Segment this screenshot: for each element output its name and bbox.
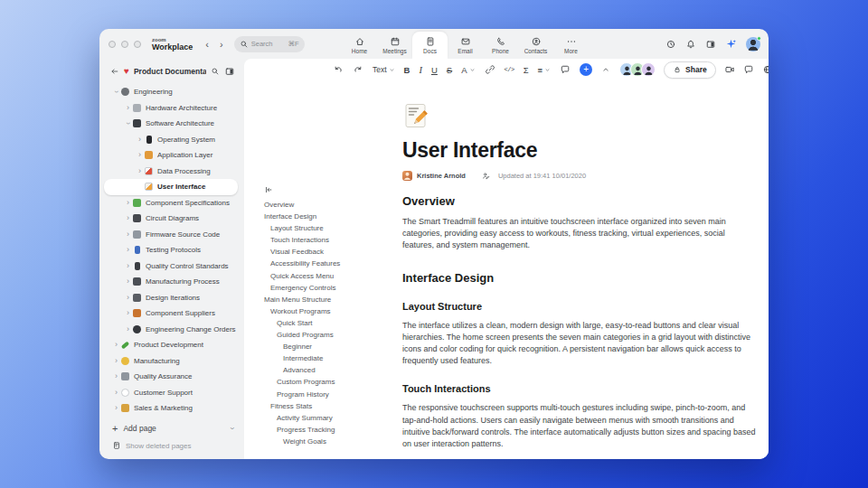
chevron-right-icon[interactable]: › <box>136 136 144 144</box>
tree-item-customer-support[interactable]: ›Customer Support <box>99 385 244 401</box>
user-avatar[interactable] <box>746 37 760 52</box>
strikethrough-button[interactable]: S <box>447 65 452 75</box>
document[interactable]: User Interface Kristine Arnold Updated a… <box>402 80 757 450</box>
outline-item-interface-design[interactable]: Interface Design <box>264 211 395 222</box>
tree-item-engineering-change-orders[interactable]: ›Engineering Change Orders <box>99 322 244 338</box>
chevron-right-icon[interactable]: › <box>124 104 132 112</box>
tree-item-manufacturing-process[interactable]: ›Manufacturing Process <box>99 274 244 290</box>
code-button[interactable]: </> <box>505 66 514 73</box>
chevron-right-icon[interactable]: › <box>124 262 132 270</box>
chevron-right-icon[interactable]: › <box>124 214 132 222</box>
outline-item-progress-tracking[interactable]: Progress Tracking <box>264 424 395 436</box>
collapse-outline-icon[interactable] <box>264 185 273 194</box>
video-call-icon[interactable] <box>724 64 735 75</box>
tab-docs[interactable]: Docs <box>412 32 448 59</box>
side-panel-icon[interactable] <box>705 39 716 50</box>
tree-item-quality-assurance[interactable]: ›Quality Assurance <box>99 369 244 385</box>
outline-item-guided-programs[interactable]: Guided Programs <box>264 329 395 341</box>
insert-block-button[interactable]: + <box>580 63 592 76</box>
maximize-window-button[interactable] <box>134 41 141 48</box>
equation-button[interactable]: Σ <box>524 65 529 75</box>
tree-item-engineering[interactable]: ›Engineering <box>99 84 244 100</box>
close-window-button[interactable] <box>108 41 116 48</box>
search-input[interactable]: Search ⌘F <box>234 36 305 52</box>
tab-phone[interactable]: Phone <box>483 32 518 59</box>
tree-item-component-specifications[interactable]: ›Component Specifications <box>99 195 244 211</box>
tree-item-user-interface[interactable]: ›User Interface <box>104 179 238 195</box>
notifications-icon[interactable] <box>685 39 696 50</box>
outline-item-visual-feedback[interactable]: Visual Feedback <box>264 246 395 258</box>
chevron-right-icon[interactable]: › <box>112 404 120 412</box>
history-icon[interactable] <box>665 39 676 50</box>
sidebar-back-icon[interactable] <box>110 67 119 76</box>
outline-item-overview[interactable]: Overview <box>264 199 395 211</box>
tree-item-sales-marketing[interactable]: ›Sales & Marketing <box>99 400 244 417</box>
chevron-right-icon[interactable]: › <box>112 389 120 397</box>
outline-item-activity-summary[interactable]: Activity Summary <box>264 412 395 424</box>
back-button[interactable]: ‹ <box>205 39 209 50</box>
show-deleted-pages-button[interactable]: Show deleted pages <box>99 437 244 455</box>
tree-item-data-processing[interactable]: ›Data Processing <box>99 164 244 180</box>
chevron-right-icon[interactable]: › <box>124 230 132 239</box>
chevron-right-icon[interactable]: › <box>124 294 132 302</box>
tree-item-quality-control-standards[interactable]: ›Quality Control Standards <box>99 258 244 275</box>
align-dropdown[interactable]: ≡ <box>538 65 552 75</box>
chevron-right-icon[interactable]: › <box>124 309 132 317</box>
sidebar-search-icon[interactable] <box>211 67 220 76</box>
outline-item-program-history[interactable]: Program History <box>264 389 395 400</box>
tree-item-circuit-diagrams[interactable]: ›Circuit Diagrams <box>99 211 244 227</box>
tree-item-firmware-source-code[interactable]: ›Firmware Source Code <box>99 227 244 243</box>
chevron-right-icon[interactable]: › <box>124 199 132 207</box>
chevron-right-icon[interactable]: › <box>136 167 144 175</box>
chevron-right-icon[interactable]: › <box>124 246 132 254</box>
outline-item-quick-start[interactable]: Quick Start <box>264 317 395 329</box>
tree-item-product-development[interactable]: ›Product Development <box>99 337 244 353</box>
redo-icon[interactable] <box>353 64 363 75</box>
outline-item-layout-structure[interactable]: Layout Structure <box>264 222 395 234</box>
tab-contacts[interactable]: Contacts <box>518 32 553 59</box>
tab-more[interactable]: More <box>553 32 589 59</box>
outline-item-intermediate[interactable]: Intermediate <box>264 352 395 364</box>
comment-icon[interactable] <box>560 64 571 75</box>
outline-item-beginner[interactable]: Beginner <box>264 341 395 352</box>
underline-button[interactable]: U <box>431 65 438 75</box>
tab-meetings[interactable]: Meetings <box>377 32 412 59</box>
bold-button[interactable]: B <box>404 65 410 75</box>
chevron-right-icon[interactable]: › <box>112 372 120 380</box>
chevron-right-icon[interactable]: › <box>112 357 120 365</box>
chat-icon[interactable] <box>743 64 754 75</box>
outline-item-weight-goals[interactable]: Weight Goals <box>264 436 395 447</box>
chevron-right-icon[interactable]: › <box>136 151 144 159</box>
outline-item-quick-access-menu[interactable]: Quick Access Menu <box>264 270 395 282</box>
outline-item-touch-interactions[interactable]: Touch Interactions <box>264 234 395 246</box>
outline-item-fitness-stats[interactable]: Fitness Stats <box>264 400 395 412</box>
share-button[interactable]: Share <box>664 61 716 79</box>
chevron-right-icon[interactable]: › <box>112 341 120 349</box>
tab-home[interactable]: Home <box>342 32 377 59</box>
outline-item-advanced[interactable]: Advanced <box>264 364 395 376</box>
ai-companion-icon[interactable] <box>725 38 737 50</box>
tree-item-software-architecture[interactable]: ›Software Architecture <box>99 116 244 132</box>
publish-globe-icon[interactable] <box>762 64 769 75</box>
tree-item-component-suppliers[interactable]: ›Component Suppliers <box>99 305 244 322</box>
tree-item-application-layer[interactable]: ›Application Layer <box>99 147 244 164</box>
chevron-right-icon[interactable]: › <box>124 277 132 286</box>
outline-item-emergency-controls[interactable]: Emergency Controls <box>264 282 395 294</box>
text-style-dropdown[interactable]: Text <box>373 65 395 74</box>
tab-email[interactable]: Email <box>448 32 483 59</box>
link-icon[interactable] <box>485 64 495 75</box>
italic-button[interactable]: I <box>419 65 422 75</box>
chevron-down-icon[interactable]: › <box>228 427 237 430</box>
chevron-down-icon[interactable]: › <box>112 88 120 96</box>
chevron-right-icon[interactable]: › <box>124 325 132 333</box>
forward-button[interactable]: › <box>220 39 223 50</box>
add-page-button[interactable]: + Add page › <box>99 420 244 437</box>
undo-icon[interactable] <box>333 64 344 75</box>
tree-item-design-iterations[interactable]: ›Design Iterations <box>99 290 244 306</box>
outline-item-custom-programs[interactable]: Custom Programs <box>264 376 395 388</box>
sidebar-collapse-icon[interactable] <box>224 66 235 77</box>
outline-item-main-menu-structure[interactable]: Main Menu Structure <box>264 294 395 305</box>
outline-item-workout-programs[interactable]: Workout Programs <box>264 305 395 317</box>
minimize-window-button[interactable] <box>121 41 128 48</box>
text-color-dropdown[interactable]: A <box>461 65 475 75</box>
